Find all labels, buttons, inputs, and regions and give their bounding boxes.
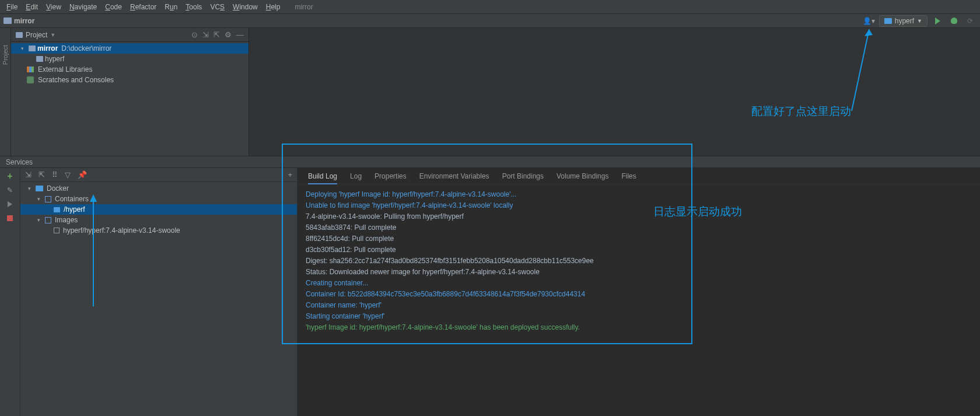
run-configuration-selector[interactable]: hyperf ▼ — [879, 15, 928, 27]
tree-item-hyperf[interactable]: hyperf — [11, 54, 249, 64]
expand-all-icon[interactable]: ⇲ — [202, 30, 209, 39]
run-service-button[interactable] — [5, 200, 15, 209]
collapse-icon[interactable]: ⇱ — [38, 170, 45, 179]
bug-icon — [951, 18, 957, 24]
group-icon[interactable]: ⠿ — [52, 170, 58, 179]
play-icon — [935, 18, 940, 25]
log-line: Container name: 'hyperf' — [306, 300, 972, 311]
stop-icon — [7, 215, 13, 221]
tree-root-path: D:\docker\mirror — [61, 44, 111, 53]
edit-config-button[interactable]: ✎ — [5, 186, 15, 195]
debug-button[interactable] — [947, 15, 960, 27]
collapse-all-icon[interactable]: ⇱ — [214, 30, 220, 39]
sidebar-title[interactable]: Project — [26, 31, 47, 39]
tab-volume-bindings[interactable]: Volume Bindings — [556, 169, 608, 184]
folder-icon — [29, 46, 36, 51]
menu-tools[interactable]: Tools — [181, 3, 206, 11]
menu-run[interactable]: Run — [160, 3, 181, 11]
tree-item-scratches[interactable]: Scratches and Consoles — [11, 75, 249, 85]
play-icon — [8, 201, 12, 207]
breadcrumb-root[interactable]: mirror — [14, 17, 34, 25]
tab-log[interactable]: Log — [350, 169, 362, 184]
build-log-output[interactable]: Deploying 'hyperf Image id: hyperf/hyper… — [298, 184, 980, 416]
log-line: 8ff62415dc4d: Pull complete — [306, 233, 972, 244]
log-line: d3cb30f5ad12: Pull complete — [306, 244, 972, 256]
docker-icon — [36, 186, 43, 191]
tab-properties[interactable]: Properties — [374, 169, 407, 184]
tree-item-label: External Libraries — [38, 65, 92, 74]
run-config-label: hyperf — [895, 17, 914, 25]
tree-label: hyperf/hyperf:7.4-alpine-v3.14-swoole — [63, 226, 180, 235]
project-context-label: mirror — [295, 3, 313, 11]
project-tree[interactable]: ▾ mirror D:\docker\mirror hyperf Externa… — [11, 42, 249, 156]
folder-icon — [16, 32, 23, 38]
tab-files[interactable]: Files — [621, 169, 636, 184]
tree-label: Docker — [47, 184, 69, 193]
hide-icon[interactable]: — — [236, 30, 244, 39]
user-icon[interactable]: 👤▾ — [863, 15, 876, 27]
main-menu-bar: File Edit View Navigate Code Refactor Ru… — [0, 0, 980, 14]
menu-file[interactable]: File — [2, 3, 22, 11]
services-tree-containers[interactable]: ▾ Containers — [20, 194, 297, 204]
tree-label: Containers — [55, 195, 89, 203]
scratches-icon — [27, 76, 34, 83]
services-tree-docker[interactable]: ▾ Docker — [20, 183, 297, 194]
gutter-project-label[interactable]: Project — [2, 45, 9, 65]
run-button[interactable] — [931, 15, 944, 27]
images-icon — [45, 217, 51, 223]
menu-refactor[interactable]: Refactor — [126, 3, 160, 11]
services-action-gutter: + ✎ — [0, 168, 20, 416]
services-tree-images[interactable]: ▾ Images — [20, 215, 297, 225]
run-with-coverage-button[interactable]: ⟳ — [964, 15, 977, 27]
menu-navigate[interactable]: Navigate — [65, 3, 101, 11]
image-icon — [54, 228, 60, 233]
services-tree[interactable]: ▾ Docker ▾ Containers /hyperf ▾ — [20, 182, 297, 416]
log-line: Deploying 'hyperf Image id: hyperf/hyper… — [306, 189, 972, 200]
nav-bar: mirror 👤▾ hyperf ▼ ⟳ — [0, 14, 980, 28]
menu-view[interactable]: View — [42, 3, 65, 11]
tree-root[interactable]: ▾ mirror D:\docker\mirror — [11, 43, 249, 54]
services-tree-image-item[interactable]: hyperf/hyperf:7.4-alpine-v3.14-swoole — [20, 225, 297, 236]
stop-service-button[interactable] — [5, 214, 15, 223]
menu-help[interactable]: Help — [262, 3, 285, 11]
services-panel: Services + ✎ ⇲ ⇱ ⠿ ▽ 📌 + ▾ Docker — [0, 156, 980, 416]
log-line: Container Id: b522d884394c753ec3e50a3fb6… — [306, 289, 972, 300]
add-service-button[interactable]: + — [5, 172, 15, 181]
menu-window[interactable]: Window — [229, 3, 262, 11]
add-icon[interactable]: + — [288, 170, 292, 179]
tree-item-external-libraries[interactable]: External Libraries — [11, 64, 249, 75]
services-tree-container-hyperf[interactable]: /hyperf — [20, 204, 297, 215]
containers-icon — [45, 196, 51, 202]
libraries-icon — [27, 67, 34, 72]
log-line: Creating container... — [306, 278, 972, 289]
tab-env-vars[interactable]: Environment Variables — [419, 169, 489, 184]
menu-code[interactable]: Code — [101, 3, 126, 11]
folder-icon — [4, 18, 12, 24]
services-title[interactable]: Services — [6, 158, 33, 166]
select-opened-file-icon[interactable]: ⊙ — [191, 30, 198, 39]
tab-port-bindings[interactable]: Port Bindings — [502, 169, 544, 184]
tree-label: Images — [55, 216, 78, 224]
tree-root-label: mirror — [37, 44, 58, 53]
container-icon — [54, 207, 60, 212]
services-header: Services — [0, 156, 980, 168]
menu-vcs[interactable]: VCS — [206, 3, 229, 11]
service-detail-tabs: Build Log Log Properties Environment Var… — [298, 168, 980, 184]
menu-edit[interactable]: Edit — [22, 3, 42, 11]
tree-item-label: hyperf — [45, 55, 64, 63]
left-tool-gutter: Project — [0, 28, 11, 156]
filter-icon[interactable]: ▽ — [65, 170, 71, 179]
log-line: Unable to find image 'hyperf/hyperf:7.4-… — [306, 200, 972, 211]
project-sidebar: Project ▼ ⊙ ⇲ ⇱ ⚙ — ▾ mirror D:\docker\m… — [11, 28, 249, 156]
log-line: 7.4-alpine-v3.14-swoole: Pulling from hy… — [306, 211, 972, 222]
tree-item-label: Scratches and Consoles — [38, 76, 114, 84]
gear-icon[interactable]: ⚙ — [225, 30, 232, 39]
log-line: Starting container 'hyperf' — [306, 311, 972, 322]
thumbtack-icon[interactable]: 📌 — [78, 170, 87, 179]
services-toolbar: ⇲ ⇱ ⠿ ▽ 📌 + — [20, 168, 297, 182]
log-line: 'hyperf Image id: hyperf/hyperf:7.4-alpi… — [306, 322, 972, 333]
chevron-down-icon[interactable]: ▼ — [50, 32, 55, 38]
tab-build-log[interactable]: Build Log — [308, 169, 337, 184]
tree-label: /hyperf — [64, 205, 85, 214]
expand-icon[interactable]: ⇲ — [25, 170, 32, 179]
